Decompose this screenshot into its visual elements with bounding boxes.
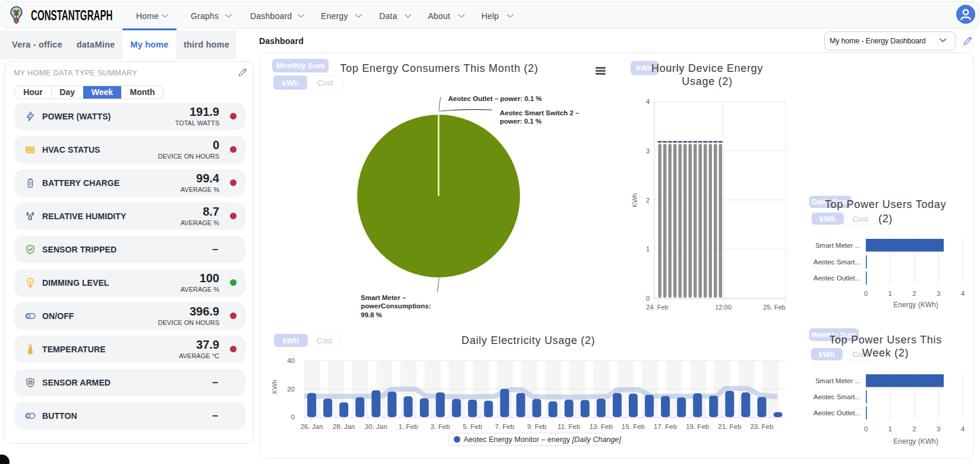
- svg-text:kWh: kWh: [820, 214, 836, 223]
- svg-text:99.8 %: 99.8 %: [361, 311, 382, 318]
- svg-text:0: 0: [864, 425, 868, 433]
- svg-text:powerConsumptions:: powerConsumptions:: [361, 302, 431, 310]
- svg-text:12:00: 12:00: [715, 304, 732, 311]
- svg-text:19. Feb: 19. Feb: [686, 423, 709, 430]
- svg-text:0: 0: [864, 290, 868, 297]
- svg-text:15. Feb: 15. Feb: [622, 423, 645, 430]
- svg-text:3: 3: [937, 425, 940, 433]
- svg-text:30. Jan: 30. Jan: [365, 423, 387, 430]
- svg-text:1: 1: [888, 425, 892, 433]
- svg-text:Cost: Cost: [317, 78, 333, 87]
- svg-text:11. Feb: 11. Feb: [557, 423, 580, 430]
- svg-text:Smart Meter ...: Smart Meter ...: [815, 377, 861, 384]
- svg-text:Aeotec Smart...: Aeotec Smart...: [814, 258, 861, 266]
- svg-text:Energy (KWh): Energy (KWh): [893, 301, 938, 309]
- svg-text:20: 20: [287, 386, 295, 393]
- svg-text:Smart Meter –: Smart Meter –: [361, 294, 407, 301]
- svg-text:0: 0: [291, 414, 295, 421]
- svg-text:Top Power Users This: Top Power Users This: [829, 334, 942, 346]
- svg-text:Usage (2): Usage (2): [682, 75, 732, 87]
- svg-text:Aeotec Smart...: Aeotec Smart...: [814, 393, 861, 400]
- svg-text:Aeotec Smart Switch 2 –: Aeotec Smart Switch 2 –: [500, 109, 579, 116]
- svg-text:5. Feb: 5. Feb: [463, 423, 483, 430]
- svg-text:23. Feb: 23. Feb: [750, 423, 773, 430]
- svg-text:Top Power Users Today: Top Power Users Today: [825, 198, 946, 210]
- svg-text:24. Feb: 24. Feb: [646, 304, 668, 311]
- svg-text:Cost: Cost: [852, 214, 868, 223]
- svg-text:21. Feb: 21. Feb: [718, 423, 741, 430]
- svg-text:(2): (2): [878, 213, 893, 225]
- svg-text:kWh: kWh: [282, 78, 299, 87]
- svg-text:Smart Meter ...: Smart Meter ...: [815, 242, 861, 249]
- svg-text:Week (2): Week (2): [862, 347, 909, 359]
- svg-text:1: 1: [888, 290, 892, 297]
- svg-text:7. Feb: 7. Feb: [495, 423, 515, 430]
- svg-text:3: 3: [646, 147, 650, 154]
- svg-text:28. Jan: 28. Jan: [333, 423, 355, 430]
- svg-text:2: 2: [912, 290, 916, 297]
- svg-text:kWh: kWh: [636, 64, 653, 72]
- svg-text:1: 1: [646, 245, 650, 252]
- svg-text:3. Feb: 3. Feb: [431, 423, 450, 430]
- svg-text:Cost: Cost: [317, 336, 333, 345]
- svg-text:3: 3: [937, 290, 940, 297]
- svg-text:1. Feb: 1. Feb: [398, 423, 418, 430]
- svg-text:25. Feb: 25. Feb: [763, 304, 785, 311]
- svg-text:KWh: KWh: [271, 380, 278, 394]
- svg-text:KWh: KWh: [631, 193, 638, 207]
- svg-text:Aeotec Outlet...: Aeotec Outlet...: [814, 274, 861, 282]
- svg-text:4: 4: [646, 98, 650, 105]
- svg-text:Daily Electricity Usage (2): Daily Electricity Usage (2): [462, 334, 595, 346]
- svg-text:2: 2: [912, 425, 916, 433]
- svg-text:Aeotec Energy Monitor – energy: Aeotec Energy Monitor – energy [Daily Ch…: [464, 435, 621, 444]
- svg-text:40: 40: [287, 357, 295, 364]
- svg-text:Energy (KWh): Energy (KWh): [893, 437, 938, 446]
- svg-text:Top Energy Consumers This Mont: Top Energy Consumers This Month (2): [340, 62, 538, 74]
- svg-text:Aeotec Outlet – power: 0.1 %: Aeotec Outlet – power: 0.1 %: [448, 95, 542, 102]
- svg-text:2: 2: [646, 197, 650, 204]
- svg-text:kWh: kWh: [818, 350, 835, 359]
- svg-text:0: 0: [646, 295, 650, 302]
- svg-text:Monthly Sum: Monthly Sum: [276, 61, 325, 70]
- svg-text:9. Feb: 9. Feb: [527, 423, 547, 430]
- svg-text:4: 4: [961, 290, 965, 297]
- svg-text:13. Feb: 13. Feb: [590, 423, 613, 430]
- svg-text:kWh: kWh: [283, 336, 300, 345]
- svg-text:power: 0.1 %: power: 0.1 %: [500, 118, 541, 125]
- svg-text:17. Feb: 17. Feb: [654, 423, 677, 430]
- svg-text:4: 4: [961, 425, 965, 433]
- svg-text:Aeotec Outlet...: Aeotec Outlet...: [814, 409, 861, 416]
- svg-text:26. Jan: 26. Jan: [301, 423, 323, 430]
- svg-text:Hourly Device Energy: Hourly Device Energy: [651, 62, 763, 74]
